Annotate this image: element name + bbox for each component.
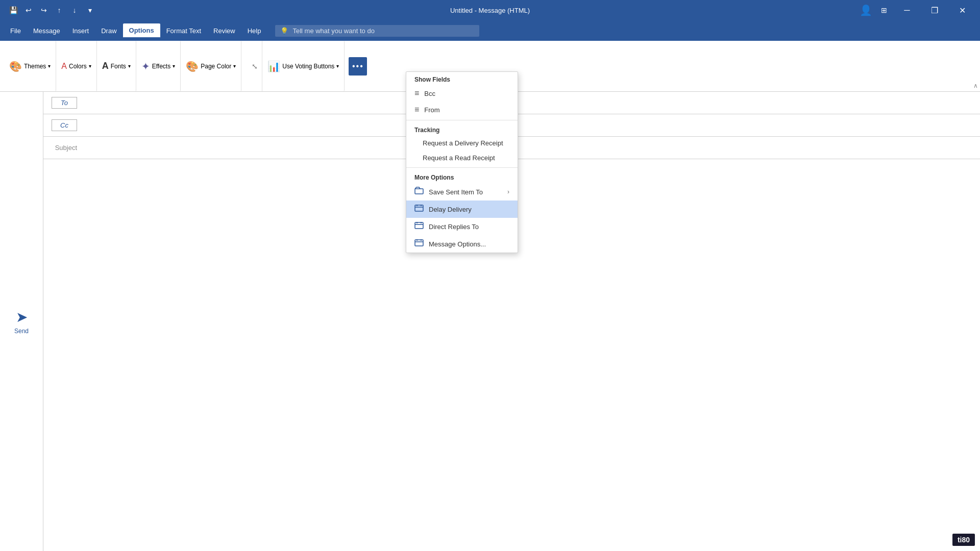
subject-label: Subject xyxy=(52,144,77,152)
watermark-badge: ti80 xyxy=(952,534,975,546)
effects-button[interactable]: ✦ Effects ▾ xyxy=(136,41,181,91)
collapse-icon: ∧ xyxy=(973,82,978,89)
menu-file[interactable]: File xyxy=(4,24,27,38)
resize-icon: ⤡ xyxy=(252,62,258,70)
layout-button[interactable]: ⊞ xyxy=(877,3,891,17)
themes-icon: 🎨 xyxy=(9,60,22,72)
show-fields-header: Show Fields xyxy=(406,72,518,85)
colors-icon: A xyxy=(61,62,67,71)
delivery-receipt-label: Request a Delivery Receipt xyxy=(423,139,503,147)
quick-access-toolbar: 💾 ↩ ↪ ↑ ↓ ▾ xyxy=(6,3,97,17)
more-dots-icon: ••• xyxy=(352,62,364,71)
cc-input[interactable] xyxy=(83,121,972,129)
send-icon: ➤ xyxy=(16,309,28,325)
close-button[interactable]: ✕ xyxy=(950,0,974,20)
menu-insert[interactable]: Insert xyxy=(66,24,95,38)
menu-options[interactable]: Options xyxy=(123,23,160,38)
save-sent-arrow: › xyxy=(507,188,509,195)
undo-qat-button[interactable]: ↩ xyxy=(21,3,36,17)
page-color-label: Page Color xyxy=(201,63,231,70)
divider-2 xyxy=(406,167,518,168)
dropdown-menu: Show Fields ≡ Bcc ≡ From Tracking Reques… xyxy=(406,71,518,253)
menu-format-text[interactable]: Format Text xyxy=(160,24,207,38)
voting-dropdown-icon: ▾ xyxy=(336,63,339,69)
delivery-receipt-item[interactable]: Request a Delivery Receipt xyxy=(406,136,518,151)
title-bar: 💾 ↩ ↪ ↑ ↓ ▾ Untitled - Message (HTML) 👤 … xyxy=(0,0,980,20)
delay-delivery-label: Delay Delivery xyxy=(429,206,472,213)
customize-qat-button[interactable]: ▾ xyxy=(83,3,97,17)
page-color-dropdown-icon: ▾ xyxy=(233,63,236,69)
page-color-icon: 🎨 xyxy=(186,60,199,72)
ribbon-spacer xyxy=(241,41,248,91)
cc-button[interactable]: Cc xyxy=(52,119,77,131)
bcc-item[interactable]: ≡ Bcc xyxy=(406,85,518,102)
tracking-header: Tracking xyxy=(406,122,518,136)
menu-review[interactable]: Review xyxy=(207,24,241,38)
menu-help[interactable]: Help xyxy=(241,24,267,38)
up-qat-button[interactable]: ↑ xyxy=(52,3,66,17)
delay-delivery-item[interactable]: Delay Delivery xyxy=(406,201,518,218)
save-sent-item[interactable]: Save Sent Item To › xyxy=(406,183,518,201)
svg-rect-1 xyxy=(415,205,423,211)
to-button[interactable]: To xyxy=(52,97,77,109)
effects-dropdown-icon: ▾ xyxy=(173,63,175,69)
message-options-item[interactable]: Message Options... xyxy=(406,235,518,253)
direct-replies-icon xyxy=(414,221,424,232)
page-color-button[interactable]: 🎨 Page Color ▾ xyxy=(181,41,241,91)
themes-label: Themes xyxy=(24,63,46,70)
effects-icon: ✦ xyxy=(141,60,150,72)
down-qat-button[interactable]: ↓ xyxy=(67,3,82,17)
menu-message[interactable]: Message xyxy=(27,24,66,38)
svg-rect-3 xyxy=(415,240,423,246)
colors-dropdown-icon: ▾ xyxy=(89,63,91,69)
to-input[interactable] xyxy=(83,99,972,107)
menu-draw[interactable]: Draw xyxy=(95,24,122,38)
redo-qat-button[interactable]: ↪ xyxy=(37,3,51,17)
from-label: From xyxy=(424,106,439,114)
send-button-area[interactable]: ➤ Send xyxy=(0,92,43,551)
fonts-button[interactable]: A Fonts ▾ xyxy=(97,41,136,91)
fonts-dropdown-icon: ▾ xyxy=(128,63,131,69)
subject-input[interactable] xyxy=(83,144,972,152)
message-options-icon xyxy=(414,239,424,249)
delay-delivery-icon xyxy=(414,204,424,214)
search-box[interactable]: 💡 Tell me what you want to do xyxy=(275,25,479,37)
menu-bar: File Message Insert Draw Options Format … xyxy=(0,20,980,41)
from-icon: ≡ xyxy=(414,105,419,114)
send-button[interactable]: ➤ Send xyxy=(8,305,35,339)
bcc-label: Bcc xyxy=(424,90,435,97)
effects-label: Effects xyxy=(152,63,170,70)
send-label: Send xyxy=(14,328,29,335)
voting-buttons-button[interactable]: 📊 Use Voting Buttons ▾ xyxy=(262,41,345,91)
themes-button[interactable]: 🎨 Themes ▾ xyxy=(4,41,56,91)
profile-button[interactable]: 👤 xyxy=(859,3,873,17)
divider-1 xyxy=(406,120,518,120)
resize-handle[interactable]: ⤡ xyxy=(248,41,262,91)
minimize-button[interactable]: ─ xyxy=(895,0,919,20)
read-receipt-label: Request a Read Receipt xyxy=(423,154,495,162)
save-sent-label: Save Sent Item To xyxy=(429,188,483,196)
restore-button[interactable]: ❐ xyxy=(923,0,946,20)
voting-label: Use Voting Buttons xyxy=(282,63,334,70)
direct-replies-item[interactable]: Direct Replies To xyxy=(406,218,518,235)
fonts-label: Fonts xyxy=(111,63,126,70)
bcc-icon: ≡ xyxy=(414,89,419,98)
read-receipt-item[interactable]: Request a Read Receipt xyxy=(406,151,518,165)
colors-button[interactable]: A Colors ▾ xyxy=(56,41,96,91)
search-icon: 💡 xyxy=(280,27,288,35)
save-qat-button[interactable]: 💾 xyxy=(6,3,20,17)
search-placeholder: Tell me what you want to do xyxy=(292,27,374,35)
from-item[interactable]: ≡ From xyxy=(406,102,518,118)
title-bar-left: 💾 ↩ ↪ ↑ ↓ ▾ xyxy=(6,3,97,17)
message-options-label: Message Options... xyxy=(429,240,486,248)
window-title: Untitled - Message (HTML) xyxy=(450,7,530,14)
more-options-header: More Options xyxy=(406,170,518,183)
save-sent-icon xyxy=(414,187,424,197)
direct-replies-label: Direct Replies To xyxy=(429,223,479,231)
ribbon-more-button[interactable]: ••• xyxy=(349,57,367,76)
svg-rect-0 xyxy=(415,189,423,194)
themes-dropdown-icon: ▾ xyxy=(48,63,51,69)
ribbon-collapse-button[interactable]: ∧ xyxy=(973,82,978,89)
voting-icon: 📊 xyxy=(267,60,280,72)
fonts-icon: A xyxy=(102,61,109,71)
